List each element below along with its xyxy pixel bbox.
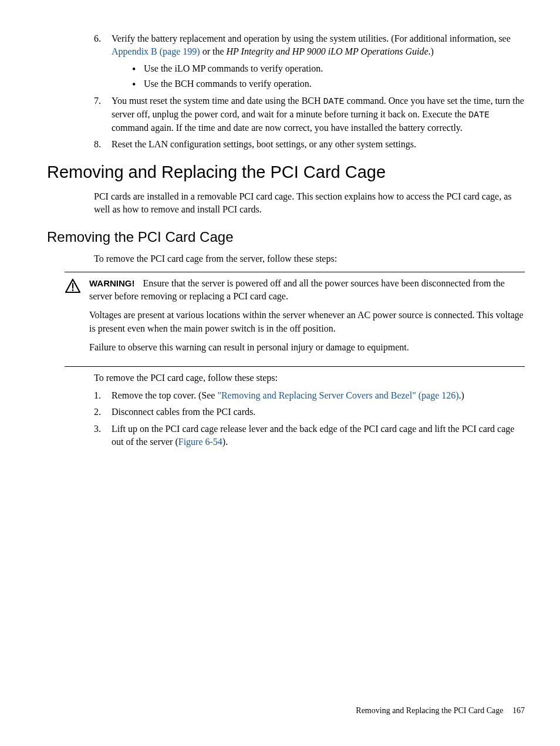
step-1: 1. Remove the top cover. (See "Removing … (94, 389, 525, 402)
step-6: 6. Verify the battery replacement and op… (94, 32, 525, 91)
sub-bullet-list: Use the iLO MP commands to verify operat… (129, 62, 525, 91)
procedure-intro: To remove the PCI card cage, follow thes… (94, 372, 525, 384)
command-text: DATE (468, 110, 490, 120)
subsection-heading: Removing the PCI Card Cage (47, 227, 525, 247)
step-text: Reset the LAN configuration settings, bo… (112, 139, 416, 149)
bullet-item: Use the BCH commands to verify operation… (129, 77, 525, 90)
footer-title: Removing and Replacing the PCI Card Cage (356, 706, 503, 715)
procedure-steps-top: 6. Verify the battery replacement and op… (94, 32, 525, 151)
page-footer: Removing and Replacing the PCI Card Cage… (356, 705, 525, 717)
step-8: 8. Reset the LAN configuration settings,… (94, 138, 525, 151)
xref-link[interactable]: "Removing and Replacing Server Covers an… (217, 390, 458, 400)
warning-label: WARNING! (89, 278, 135, 288)
step-text: Verify the battery replacement and opera… (112, 33, 511, 56)
warning-icon (65, 278, 81, 297)
step-number: 7. (94, 94, 101, 107)
step-number: 2. (94, 406, 101, 418)
step-number: 1. (94, 389, 101, 402)
svg-point-1 (72, 289, 74, 291)
page-number: 167 (512, 706, 525, 715)
warning-text: Voltages are present at various location… (89, 309, 525, 335)
command-text: DATE (323, 97, 345, 107)
warning-callout: WARNING!Ensure that the server is powere… (65, 272, 525, 367)
section-intro: PCI cards are installed in a removable P… (94, 190, 525, 217)
appendix-link[interactable]: Appendix B (page 199) (112, 46, 200, 56)
step-text: Disconnect cables from the PCI cards. (112, 407, 255, 417)
step-7: 7. You must reset the system time and da… (94, 94, 525, 134)
step-number: 8. (94, 138, 101, 151)
guide-title: HP Integrity and HP 9000 iLO MP Operatio… (227, 46, 429, 56)
divider (65, 366, 525, 367)
step-text: Lift up on the PCI card cage release lev… (112, 424, 514, 447)
divider (65, 272, 525, 272)
step-3: 3. Lift up on the PCI card cage release … (94, 423, 525, 449)
section-heading: Removing and Replacing the PCI Card Cage (47, 160, 525, 184)
warning-text: Failure to observe this warning can resu… (89, 341, 525, 354)
subsection-intro: To remove the PCI card cage from the ser… (94, 252, 525, 265)
figure-link[interactable]: Figure 6-54 (178, 437, 222, 447)
warning-text: Ensure that the server is powered off an… (89, 278, 505, 301)
step-text: You must reset the system time and date … (112, 96, 524, 133)
step-number: 6. (94, 32, 101, 45)
step-number: 3. (94, 423, 101, 436)
warning-body: WARNING!Ensure that the server is powere… (89, 277, 525, 360)
step-text: Remove the top cover. (See "Removing and… (112, 390, 464, 400)
procedure-steps-bottom: 1. Remove the top cover. (See "Removing … (94, 389, 525, 449)
bullet-item: Use the iLO MP commands to verify operat… (129, 62, 525, 75)
step-2: 2. Disconnect cables from the PCI cards. (94, 406, 525, 418)
